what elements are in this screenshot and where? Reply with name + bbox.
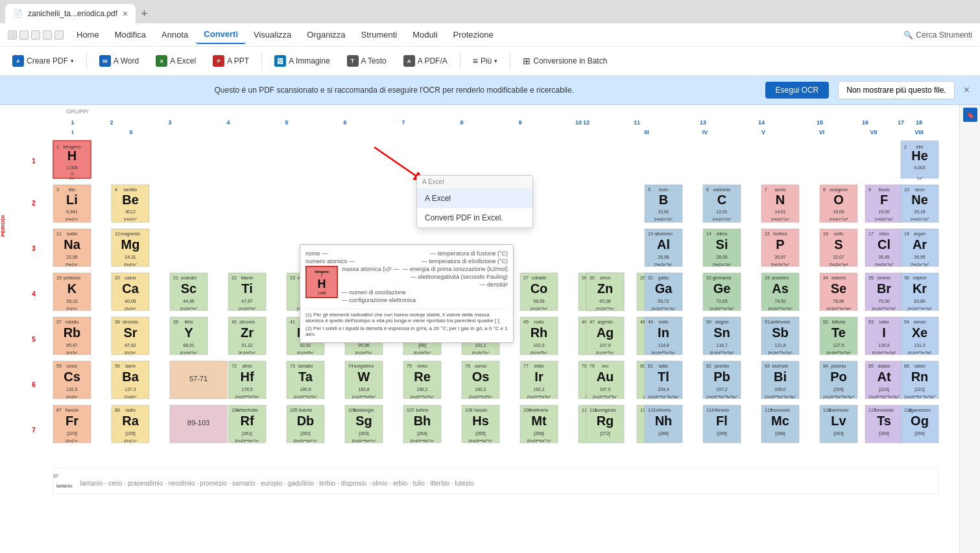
svg-text:[Kr]4d¹⁰5s²5p²: [Kr]4d¹⁰5s²5p² <box>710 351 734 355</box>
svg-text:87,62: 87,62 <box>125 343 136 347</box>
svg-text:[Xe]4f¹⁴5d¹⁰6s²6p⁴: [Xe]4f¹⁴5d¹⁰6s²6p⁴ <box>823 395 854 399</box>
svg-text:38: 38 <box>115 320 120 324</box>
svg-text:107: 107 <box>407 408 414 412</box>
main-area: PERIODI GRUPPI 1 18 I II III IV V VI VII… <box>0 105 980 553</box>
svg-text:54: 54 <box>904 320 909 324</box>
svg-text:44,96: 44,96 <box>183 299 195 303</box>
tab-close-button[interactable]: × <box>123 8 128 19</box>
svg-text:Nh: Nh <box>655 414 673 428</box>
svg-text:72: 72 <box>232 364 237 368</box>
menu-annota[interactable]: Annota <box>154 26 196 43</box>
svg-text:[Kr]4d²5s²: [Kr]4d²5s² <box>239 351 256 355</box>
svg-text:Rg: Rg <box>597 414 614 428</box>
svg-text:Xe: Xe <box>912 325 927 340</box>
ocr-button[interactable]: Esegui OCR <box>765 82 830 99</box>
svg-text:88: 88 <box>115 408 120 412</box>
menu-moduli[interactable]: Moduli <box>405 26 445 43</box>
new-tab-button[interactable]: + <box>136 7 153 21</box>
win-control[interactable] <box>19 30 29 40</box>
svg-text:116: 116 <box>823 408 831 412</box>
svg-text:magnesio: magnesio <box>121 231 140 237</box>
bookmark-icon[interactable]: 🔖 <box>963 108 977 122</box>
svg-text:6: 6 <box>32 381 36 388</box>
dropdown-item-convert[interactable]: Converti PDF in Excel. <box>417 208 532 228</box>
svg-text:[261]: [261] <box>242 431 252 436</box>
svg-text:fosforo: fosforo <box>773 231 787 236</box>
svg-text:Db: Db <box>297 414 315 428</box>
svg-text:58,93: 58,93 <box>533 299 545 303</box>
a-immagine-button[interactable]: 🖼 A Immagine <box>267 51 337 71</box>
svg-text:titanio: titanio <box>241 276 254 280</box>
creare-pdf-button[interactable]: + Creare PDF ▾ <box>5 51 81 71</box>
svg-text:moscovio: moscovio <box>771 408 790 412</box>
active-tab[interactable]: 📄 zanichelli_ta...eriodica.pdf × <box>5 4 136 23</box>
svg-text:1,008: 1,008 <box>66 165 78 170</box>
svg-text:[Ar]3d¹⁰4s²4p³: [Ar]3d¹⁰4s²4p³ <box>768 307 792 311</box>
svg-text:rubidio: rubidio <box>65 320 78 324</box>
win-control3[interactable] <box>43 30 52 40</box>
cerca-strumenti[interactable]: 🔍 Cerca Strumenti <box>903 30 972 40</box>
menu-modifica[interactable]: Modifica <box>107 26 154 43</box>
piu-button[interactable]: ≡ Più ▾ <box>466 52 505 70</box>
dropdown-item-excel[interactable]: A Excel <box>417 189 532 208</box>
svg-text:31: 31 <box>648 276 653 280</box>
svg-text:[Ne]3s²3p⁴: [Ne]3s²3p⁴ <box>830 263 848 266</box>
a-pdfa-button[interactable]: A A PDF/A <box>396 51 455 71</box>
dropdown-header: A Excel <box>417 176 532 189</box>
svg-text:Rn: Rn <box>911 370 929 384</box>
svg-text:[Rn]5f¹⁴6d⁵7s²: [Rn]5f¹⁴6d⁵7s² <box>410 439 434 443</box>
svg-text:8: 8 <box>823 187 826 192</box>
svg-text:[Xe]4f¹⁴5d¹⁰6s²6p⁶: [Xe]4f¹⁴5d¹⁰6s²6p⁶ <box>904 395 935 399</box>
conversione-batch-button[interactable]: ⊞ Conversione in Batch <box>516 52 614 70</box>
dismiss-button[interactable]: Non mostrare più questo file. <box>838 81 954 99</box>
svg-text:[Xe]6s²: [Xe]6s² <box>124 395 136 399</box>
svg-text:23: 23 <box>290 276 295 280</box>
svg-text:48: 48 <box>640 320 645 324</box>
excel-dropdown: A Excel A Excel Converti PDF in Excel. <box>416 175 533 228</box>
svg-text:33: 33 <box>765 276 770 280</box>
menu-home[interactable]: Home <box>69 26 107 43</box>
menu-organizza[interactable]: Organizza <box>299 26 353 43</box>
svg-text:[Xe]4f¹⁴5d³6s²: [Xe]4f¹⁴5d³6s² <box>294 395 318 399</box>
svg-text:Fl: Fl <box>716 414 728 428</box>
svg-text:87: 87 <box>56 408 62 412</box>
svg-text:88,91: 88,91 <box>183 343 195 347</box>
a-ppt-button[interactable]: P A PPT <box>206 51 256 71</box>
svg-text:neon: neon <box>914 187 925 192</box>
svg-text:[Ar]3d¹⁰4s²4p²: [Ar]3d¹⁰4s²4p² <box>710 307 734 311</box>
svg-text:3: 3 <box>32 245 36 252</box>
menu-protezione[interactable]: Protezione <box>446 26 501 43</box>
svg-text:197,0: 197,0 <box>599 387 611 392</box>
svg-text:Ne: Ne <box>911 193 928 207</box>
svg-text:[223]: [223] <box>67 431 77 436</box>
a-testo-button[interactable]: T A Testo <box>340 51 394 71</box>
win-control4[interactable] <box>54 30 64 40</box>
svg-text:[Ar]3d¹⁰4s²4p⁵: [Ar]3d¹⁰4s²4p⁵ <box>872 307 896 311</box>
svg-text:ittrio: ittrio <box>184 320 193 324</box>
svg-text:[294]: [294] <box>914 431 925 436</box>
a-word-button[interactable]: W A Word <box>92 51 146 71</box>
menu-visualizza[interactable]: Visualizza <box>246 26 299 43</box>
notification-close-button[interactable]: × <box>964 84 970 96</box>
svg-text:[272]: [272] <box>600 431 610 436</box>
win-control2[interactable] <box>31 30 40 40</box>
svg-text:[Ar]3d⁷4s²: [Ar]3d⁷4s² <box>531 307 547 311</box>
svg-text:Te: Te <box>831 325 846 340</box>
svg-text:[Kr]5s¹: [Kr]5s¹ <box>66 351 78 355</box>
svg-text:113: 113 <box>648 408 656 412</box>
svg-text:1: 1 <box>71 119 74 126</box>
element-tooltip: nome — — temperatura di fusione (°C) num… <box>300 244 514 343</box>
svg-text:180,9: 180,9 <box>300 387 311 392</box>
periodi-label: PERIODI <box>0 215 6 237</box>
menu-converti[interactable]: Converti <box>196 25 246 44</box>
svg-text:renio: renio <box>417 364 427 368</box>
win-back[interactable]: ⬜ <box>8 30 17 40</box>
svg-text:[Ne]3s²3p³: [Ne]3s²3p³ <box>771 263 789 266</box>
svg-text:19,00: 19,00 <box>878 209 890 214</box>
svg-text:[Xe]6s¹: [Xe]6s¹ <box>66 395 78 399</box>
svg-text:II: II <box>129 129 132 135</box>
svg-text:iodio: iodio <box>879 320 889 324</box>
svg-text:10,81: 10,81 <box>658 209 669 214</box>
menu-strumenti[interactable]: Strumenti <box>353 26 405 43</box>
a-excel-button[interactable]: X A Excel <box>149 51 203 71</box>
